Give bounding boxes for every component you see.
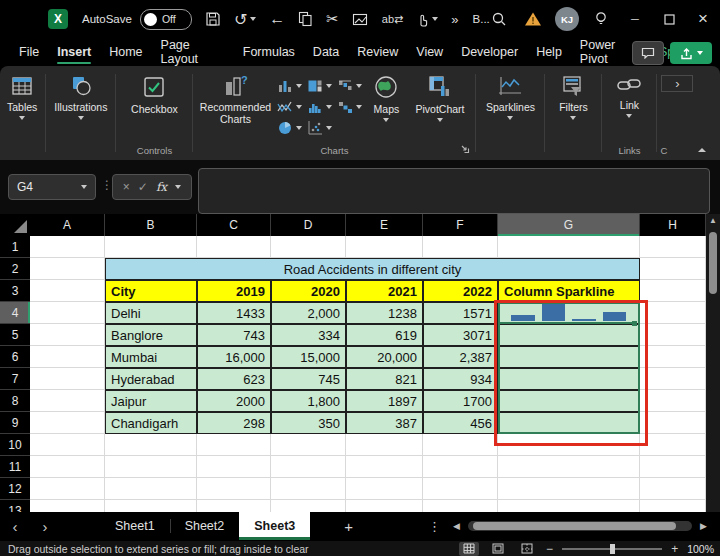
zoom-out-button[interactable]: − (546, 542, 553, 556)
scroll-left-icon[interactable]: ◀ (453, 521, 460, 531)
column-header-D[interactable]: D (271, 214, 346, 236)
city-cell[interactable]: Chandigarh (105, 412, 197, 434)
recommended-charts-button[interactable]: ? Recommended Charts (197, 71, 273, 128)
row-header-12[interactable]: 12 (0, 478, 30, 500)
tab-help[interactable]: Help (527, 38, 571, 66)
normal-view-button[interactable] (459, 542, 479, 556)
value-cell[interactable]: 934 (423, 368, 498, 390)
column-header-A[interactable]: A (30, 214, 105, 236)
column-header-H[interactable]: H (640, 214, 706, 236)
touch-mouse-mode-button[interactable] (416, 12, 438, 27)
row-header-4[interactable]: 4 (0, 302, 30, 324)
line-chart-button[interactable] (277, 99, 302, 115)
sheet-tab-sheet2[interactable]: Sheet2 (170, 512, 240, 540)
overflow-icon[interactable]: » (451, 12, 458, 27)
value-cell[interactable]: 298 (197, 412, 271, 434)
value-cell[interactable]: 2,000 (271, 302, 346, 324)
treemap-chart-button[interactable] (307, 78, 332, 94)
account-avatar[interactable]: KJ (550, 0, 584, 38)
tab-developer[interactable]: Developer (452, 38, 527, 66)
value-cell[interactable]: 1,800 (271, 390, 346, 412)
tables-button[interactable]: Tables (0, 71, 44, 123)
table-header-cell[interactable]: 2021 (346, 280, 423, 302)
cancel-icon[interactable]: × (123, 180, 130, 194)
copy-icon[interactable] (298, 11, 313, 27)
horizontal-scrollbar[interactable] (468, 521, 692, 531)
row-header-5[interactable]: 5 (0, 324, 30, 346)
row-header-7[interactable]: 7 (0, 368, 30, 390)
column-header-C[interactable]: C (197, 214, 271, 236)
zoom-slider[interactable] (562, 548, 662, 550)
tab-view[interactable]: View (407, 38, 452, 66)
zoom-slider-thumb[interactable] (610, 544, 615, 554)
row-header-6[interactable]: 6 (0, 346, 30, 368)
column-header-G[interactable]: G (498, 214, 640, 236)
row-header-10[interactable]: 10 (0, 434, 30, 456)
sparklines-button[interactable]: Sparklines (479, 71, 542, 123)
cascade-chart-button[interactable] (337, 99, 362, 115)
value-cell[interactable]: 745 (271, 368, 346, 390)
value-cell[interactable]: 1238 (346, 302, 423, 324)
value-cell[interactable]: 743 (197, 324, 271, 346)
back-icon[interactable]: ← (269, 10, 285, 28)
scroll-up-icon[interactable]: ▲ (706, 216, 720, 225)
name-box[interactable]: G4 (8, 174, 96, 200)
sparkline-cell[interactable] (498, 346, 640, 368)
table-header-cell[interactable]: 2022 (423, 280, 498, 302)
city-cell[interactable]: Hyderabad (105, 368, 197, 390)
row-header-11[interactable]: 11 (0, 456, 30, 478)
filters-button[interactable]: Filters (552, 71, 595, 123)
close-button[interactable]: × (686, 0, 720, 38)
select-all-corner[interactable] (0, 214, 30, 236)
link-button[interactable]: Link (609, 71, 649, 121)
horizontal-scroll-thumb[interactable] (473, 522, 676, 530)
tab-data[interactable]: Data (304, 38, 348, 66)
table-header-cell[interactable]: 2019 (197, 280, 271, 302)
row-header-1[interactable]: 1 (0, 236, 30, 258)
scatter-chart-button[interactable] (307, 120, 332, 136)
insert-function-icon[interactable]: fx (156, 180, 167, 194)
row-header-13[interactable]: 13 (0, 500, 30, 512)
value-cell[interactable]: 2000 (197, 390, 271, 412)
sheet-tab-sheet3[interactable]: Sheet3 (239, 512, 310, 540)
search-icon[interactable] (482, 0, 516, 38)
value-cell[interactable]: 2,387 (423, 346, 498, 368)
city-cell[interactable]: Banglore (105, 324, 197, 346)
column-chart-button[interactable] (277, 78, 302, 94)
scroll-right-icon[interactable]: ▶ (700, 521, 707, 531)
add-sheet-button[interactable]: + (344, 518, 353, 535)
sheet-nav-left-icon[interactable]: ‹ (0, 518, 30, 535)
page-layout-view-button[interactable] (488, 542, 508, 556)
waterfall-chart-button[interactable] (337, 78, 362, 94)
table-title-cell[interactable]: Road Accidents in different city (105, 258, 640, 280)
table-header-cell[interactable]: Column Sparkline (498, 280, 640, 302)
zoom-in-button[interactable]: + (671, 542, 678, 556)
value-cell[interactable]: 623 (197, 368, 271, 390)
value-cell[interactable]: 15,000 (271, 346, 346, 368)
value-cell[interactable]: 1571 (423, 302, 498, 324)
sparkline-cell[interactable] (498, 390, 640, 412)
undo-button[interactable]: ↺ (234, 10, 256, 29)
comments-button[interactable] (632, 41, 664, 65)
sheet-grid[interactable]: Road Accidents in different cityCity2019… (30, 236, 706, 512)
enter-icon[interactable]: ✓ (138, 180, 148, 194)
value-cell[interactable]: 3071 (423, 324, 498, 346)
column-header-B[interactable]: B (105, 214, 197, 236)
tab-file[interactable]: File (10, 38, 48, 66)
share-button[interactable] (670, 42, 712, 64)
pivotchart-button[interactable]: PivotChart (408, 71, 471, 125)
value-cell[interactable]: 1433 (197, 302, 271, 324)
value-cell[interactable]: 387 (346, 412, 423, 434)
page-break-view-button[interactable] (517, 542, 537, 556)
more-ribbon-button[interactable]: › (661, 75, 693, 92)
charts-dialog-launcher-icon[interactable] (460, 140, 470, 158)
column-header-F[interactable]: F (423, 214, 498, 236)
sparkline-cell[interactable] (498, 412, 640, 434)
value-cell[interactable]: 456 (423, 412, 498, 434)
collapse-ribbon-icon[interactable] (698, 138, 706, 156)
paste-icon[interactable] (352, 12, 369, 27)
histogram-chart-button[interactable] (307, 99, 332, 115)
formula-bar-input[interactable] (198, 168, 710, 214)
city-cell[interactable]: Mumbai (105, 346, 197, 368)
city-cell[interactable]: Jaipur (105, 390, 197, 412)
